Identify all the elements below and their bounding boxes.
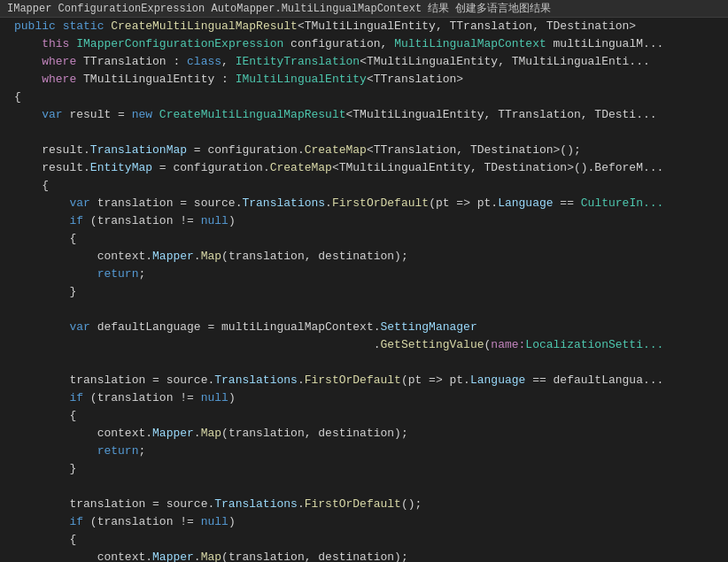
code-line: where TTranslation : class, IEntityTrans… bbox=[0, 53, 728, 71]
token: class bbox=[187, 55, 221, 68]
token: IMapperConfigurationExpression bbox=[76, 37, 283, 50]
token: var bbox=[69, 320, 89, 334]
token: Mapper bbox=[152, 427, 194, 440]
token: { bbox=[69, 533, 76, 546]
token: Map bbox=[201, 550, 221, 562]
code-line: { bbox=[0, 89, 728, 106]
line-content: { bbox=[14, 177, 728, 195]
token: == bbox=[554, 196, 581, 210]
token: translation = source. bbox=[69, 497, 214, 511]
top-bar: IMapper ConfigurationExpression AutoMapp… bbox=[0, 0, 728, 18]
token: (); bbox=[560, 143, 580, 157]
token: IMultiLingualEntity bbox=[236, 73, 367, 86]
code-line: .GetSettingValue(name:LocalizationSetti.… bbox=[0, 336, 728, 354]
token: (); bbox=[401, 497, 422, 511]
token: <TTranslation> bbox=[367, 73, 463, 86]
token: <TMultiLingualEntity, TTranslation, TDes… bbox=[346, 108, 657, 121]
token: where bbox=[42, 73, 76, 86]
token: multiLingualM... bbox=[546, 37, 664, 50]
line-content: where TTranslation : class, IEntityTrans… bbox=[14, 53, 728, 71]
token: . bbox=[83, 161, 90, 174]
token: (pt => pt. bbox=[401, 373, 470, 387]
token: if bbox=[69, 391, 83, 404]
token: . bbox=[194, 427, 201, 440]
code-line bbox=[0, 478, 728, 496]
code-line: } bbox=[0, 460, 728, 478]
token: . bbox=[298, 373, 305, 387]
line-content: { bbox=[14, 230, 728, 248]
line-content: var defaultLanguage = multiLingualMapCon… bbox=[14, 319, 728, 336]
line-content: context.Mapper.Map(translation, destinat… bbox=[14, 549, 728, 562]
code-line: { bbox=[0, 531, 728, 549]
token: Mapper bbox=[152, 250, 194, 263]
token: == defaultLangua... bbox=[525, 373, 663, 387]
token: <TMultiLingualEntity, TTranslation, TDes… bbox=[298, 19, 636, 33]
token: CreateMap bbox=[305, 143, 367, 157]
line-content: translation = source.Translations.FirstO… bbox=[14, 496, 728, 513]
token: LocalizationSetti... bbox=[525, 338, 663, 351]
line-content: } bbox=[14, 460, 728, 478]
token: TranslationMap bbox=[90, 143, 187, 157]
line-content: return; bbox=[14, 266, 728, 283]
token: FirstOrDefault bbox=[305, 497, 401, 511]
line-content: { bbox=[14, 407, 728, 425]
token: <TMultiLingualEntity, TDestination> bbox=[332, 161, 574, 174]
code-line: public static CreateMultiLingualMapResul… bbox=[0, 18, 728, 35]
token: MultiLingualMapContext bbox=[394, 37, 546, 50]
token: , bbox=[221, 55, 236, 68]
token: translation = source. bbox=[90, 196, 243, 210]
token: ; bbox=[138, 267, 145, 281]
token: Translations bbox=[214, 373, 298, 387]
code-area[interactable]: public static CreateMultiLingualMapResul… bbox=[0, 18, 728, 562]
code-line bbox=[0, 354, 728, 372]
code-line bbox=[0, 301, 728, 319]
token: <TMultiLingualEntity, TMultiLingualEnti.… bbox=[360, 55, 650, 68]
token: return bbox=[97, 267, 139, 281]
line-content: return; bbox=[14, 443, 728, 460]
token: if bbox=[69, 515, 83, 528]
line-content: var result = new CreateMultiLingualMapRe… bbox=[14, 106, 728, 124]
token: Translations bbox=[242, 196, 325, 210]
token: public bbox=[14, 19, 56, 33]
token: TTranslation : bbox=[76, 55, 187, 68]
token: . bbox=[145, 427, 152, 440]
token: } bbox=[69, 462, 76, 475]
token: new bbox=[132, 108, 152, 121]
code-line bbox=[0, 124, 728, 142]
token: if bbox=[69, 214, 83, 227]
token: . bbox=[194, 250, 201, 263]
line-content: context.Mapper.Map(translation, destinat… bbox=[14, 248, 728, 266]
token: { bbox=[69, 409, 76, 422]
token: ) bbox=[228, 515, 236, 528]
code-line: return; bbox=[0, 266, 728, 283]
token: (translation, destination); bbox=[221, 550, 408, 562]
token: context bbox=[97, 250, 146, 263]
token: (translation != bbox=[83, 515, 201, 528]
line-content: translation = source.Translations.FirstO… bbox=[14, 372, 728, 389]
code-line: return; bbox=[0, 443, 728, 460]
token: var bbox=[42, 108, 62, 121]
line-content: result.EntityMap = configuration.CreateM… bbox=[14, 159, 728, 177]
token: = configuration. bbox=[152, 161, 270, 174]
token: where bbox=[42, 55, 76, 68]
code-line: var translation = source.Translations.Fi… bbox=[0, 195, 728, 212]
token: { bbox=[14, 90, 21, 104]
token: EntityMap bbox=[90, 161, 152, 174]
code-line: { bbox=[0, 177, 728, 195]
token: this bbox=[42, 37, 69, 50]
token: ; bbox=[138, 444, 145, 458]
code-line: translation = source.Translations.FirstO… bbox=[0, 372, 728, 389]
code-line: var defaultLanguage = multiLingualMapCon… bbox=[0, 319, 728, 336]
token: CreateMultiLingualMapResult bbox=[111, 19, 298, 33]
token: Map bbox=[201, 250, 221, 263]
code-line: context.Mapper.Map(translation, destinat… bbox=[0, 549, 728, 562]
token: (). bbox=[574, 161, 594, 174]
token: FirstOrDefault bbox=[305, 373, 401, 387]
code-line: context.Mapper.Map(translation, destinat… bbox=[0, 425, 728, 443]
token: null bbox=[201, 214, 228, 227]
code-line: this IMapperConfigurationExpression conf… bbox=[0, 35, 728, 53]
token: defaultLanguage = multiLingualMapContext… bbox=[90, 320, 381, 334]
token: result bbox=[42, 143, 83, 157]
token: ) bbox=[228, 214, 236, 227]
token: return bbox=[97, 444, 139, 458]
